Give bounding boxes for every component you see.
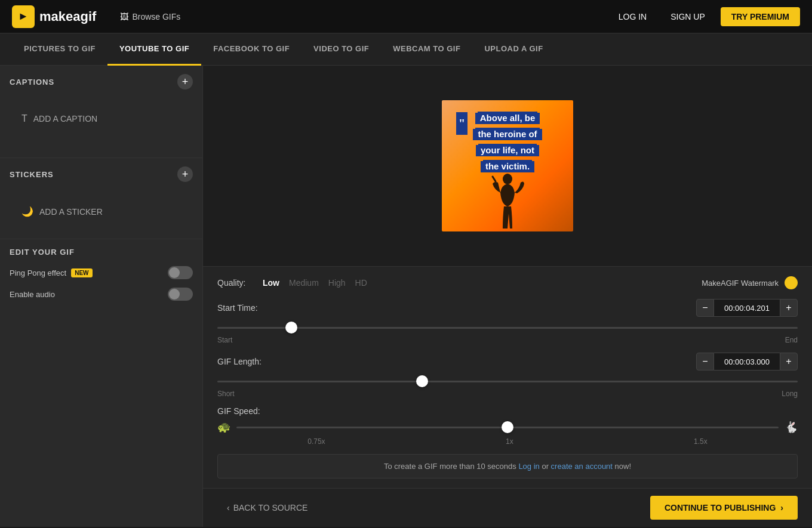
captions-section: CAPTIONS + T ADD A CAPTION bbox=[0, 66, 202, 158]
svg-line-1 bbox=[493, 177, 496, 181]
gif-speed-row: GIF Speed: 🐢 🐇 0.75x 1x 1.5x bbox=[217, 406, 798, 446]
login-button[interactable]: LOG IN bbox=[610, 8, 655, 25]
captions-title: CAPTIONS bbox=[10, 78, 54, 87]
premium-button[interactable]: TRY PREMIUM bbox=[721, 7, 800, 26]
short-label: Short bbox=[217, 390, 235, 398]
quality-label: Quality: bbox=[217, 278, 253, 288]
gif-speed-slider[interactable] bbox=[236, 427, 779, 428]
enable-audio-label: Enable audio bbox=[10, 290, 55, 299]
quality-medium[interactable]: Medium bbox=[289, 278, 319, 288]
fast-icon: 🐇 bbox=[785, 421, 798, 434]
gif-length-slider-container bbox=[217, 375, 798, 387]
info-text: To create a GIF more than 10 seconds bbox=[384, 462, 518, 471]
end-label: End bbox=[785, 336, 798, 344]
start-time-row: Start Time: − 00:00:04.201 + Start End bbox=[217, 299, 798, 344]
gif-length-minus-button[interactable]: − bbox=[696, 353, 714, 370]
ping-pong-label: Ping Pong effect NEW bbox=[10, 268, 93, 277]
logo-icon: ► bbox=[12, 5, 35, 28]
stickers-area: 🌙 ADD A STICKER bbox=[0, 190, 202, 239]
nav-tabs: PICTURES TO GIF YOUTUBE TO GIF FACEBOOK … bbox=[0, 33, 812, 66]
slow-icon: 🐢 bbox=[217, 421, 230, 434]
start-time-minus-button[interactable]: − bbox=[696, 299, 714, 317]
signup-button[interactable]: SIGN UP bbox=[662, 8, 713, 25]
watermark-label: MakeAGIF Watermark bbox=[702, 279, 779, 288]
gif-speed-slider-row: 🐢 🐇 bbox=[217, 421, 798, 434]
start-time-end-labels: Start End bbox=[217, 336, 798, 344]
quality-row: Quality: Low Medium High HD MakeAGIF Wat… bbox=[217, 276, 798, 289]
gif-speed-label-row: GIF Speed: bbox=[217, 406, 798, 416]
logo[interactable]: ► makeagif bbox=[12, 5, 96, 28]
start-time-plus-button[interactable]: + bbox=[780, 299, 798, 317]
start-time-slider[interactable] bbox=[217, 327, 798, 329]
info-suffix: now! bbox=[613, 462, 631, 471]
header-nav: LOG IN SIGN UP TRY PREMIUM bbox=[610, 7, 800, 26]
info-or: or bbox=[540, 462, 551, 471]
add-caption-plus-button[interactable]: + bbox=[177, 74, 193, 89]
start-time-label-row: Start Time: − 00:00:04.201 + bbox=[217, 299, 798, 317]
gif-length-end-labels: Short Long bbox=[217, 390, 798, 398]
watermark-dot-button[interactable] bbox=[785, 276, 798, 289]
speed-label-075: 0.75x bbox=[307, 437, 325, 446]
bottom-bar: ‹ BACK TO SOURCE CONTINUE TO PUBLISHING … bbox=[203, 488, 812, 527]
stickers-title: STICKERS bbox=[10, 170, 54, 179]
quality-low[interactable]: Low bbox=[263, 278, 279, 288]
editor-area: " Above all, bethe heroine ofyour life, … bbox=[203, 66, 812, 527]
speed-label-15: 1.5x bbox=[694, 437, 708, 446]
sticker-icon: 🌙 bbox=[21, 206, 33, 217]
continue-to-publishing-button[interactable]: CONTINUE TO PUBLISHING › bbox=[650, 496, 798, 520]
tab-pictures[interactable]: PICTURES TO GIF bbox=[12, 33, 107, 66]
stickers-section: STICKERS + 🌙 ADD A STICKER bbox=[0, 158, 202, 239]
watermark-toggle: MakeAGIF Watermark bbox=[702, 276, 798, 289]
quality-hd[interactable]: HD bbox=[355, 278, 367, 288]
preview-image: " Above all, bethe heroine ofyour life, … bbox=[442, 100, 573, 231]
sidebar: CAPTIONS + T ADD A CAPTION STICKERS + 🌙 … bbox=[0, 66, 203, 527]
start-time-display: 00:00:04.201 bbox=[714, 299, 780, 317]
stickers-section-header[interactable]: STICKERS + bbox=[0, 158, 202, 190]
info-bar: To create a GIF more than 10 seconds Log… bbox=[217, 454, 798, 478]
add-sticker-button[interactable]: 🌙 ADD A STICKER bbox=[10, 196, 193, 227]
image-icon: 🖼 bbox=[120, 12, 128, 21]
start-time-label: Start Time: bbox=[217, 303, 696, 313]
back-to-source-button[interactable]: ‹ BACK TO SOURCE bbox=[217, 497, 317, 518]
browse-gifs-button[interactable]: 🖼 Browse GIFs bbox=[114, 8, 186, 25]
controls-area: Quality: Low Medium High HD MakeAGIF Wat… bbox=[203, 266, 812, 488]
ping-pong-toggle[interactable] bbox=[168, 266, 193, 279]
tab-video[interactable]: VIDEO TO GIF bbox=[302, 33, 381, 66]
tab-webcam[interactable]: WEBCAM TO GIF bbox=[381, 33, 472, 66]
enable-audio-toggle[interactable] bbox=[168, 288, 193, 301]
gif-length-slider[interactable] bbox=[217, 381, 798, 382]
start-time-slider-container bbox=[217, 322, 798, 334]
long-label: Long bbox=[782, 390, 798, 398]
speed-labels-row: 0.75x 1x 1.5x bbox=[217, 437, 798, 446]
main-content: CAPTIONS + T ADD A CAPTION STICKERS + 🌙 … bbox=[0, 66, 812, 527]
new-badge: NEW bbox=[71, 268, 92, 277]
text-format-icon: T bbox=[21, 113, 27, 124]
edit-section: EDIT YOUR GIF Ping Pong effect NEW Enabl… bbox=[0, 239, 202, 317]
login-link[interactable]: Log in bbox=[518, 462, 539, 471]
create-account-link[interactable]: create an account bbox=[551, 462, 613, 471]
silhouette-icon bbox=[490, 172, 525, 231]
start-time-control: − 00:00:04.201 + bbox=[696, 299, 798, 317]
quote-box: " Above all, bethe heroine ofyour life, … bbox=[448, 106, 567, 178]
gif-length-row: GIF Length: − 00:00:03.000 + Short Long bbox=[217, 353, 798, 398]
add-caption-button[interactable]: T ADD A CAPTION bbox=[10, 104, 193, 134]
tab-youtube[interactable]: YOUTUBE TO GIF bbox=[107, 33, 201, 66]
header: ► makeagif 🖼 Browse GIFs LOG IN SIGN UP … bbox=[0, 0, 812, 33]
quote-text: Above all, bethe heroine ofyour life, no… bbox=[473, 113, 542, 172]
tab-facebook[interactable]: FACEBOOK TO GIF bbox=[201, 33, 302, 66]
gif-length-plus-button[interactable]: + bbox=[780, 353, 798, 370]
quote-mark: " bbox=[456, 112, 467, 135]
chevron-left-icon: ‹ bbox=[227, 503, 230, 512]
ping-pong-row: Ping Pong effect NEW bbox=[10, 266, 193, 279]
captions-section-header[interactable]: CAPTIONS + bbox=[0, 66, 202, 98]
quality-options: Low Medium High HD bbox=[263, 278, 702, 288]
gif-length-label-row: GIF Length: − 00:00:03.000 + bbox=[217, 353, 798, 370]
gif-speed-label: GIF Speed: bbox=[217, 406, 798, 416]
tab-upload[interactable]: UPLOAD A GIF bbox=[472, 33, 555, 66]
add-sticker-plus-button[interactable]: + bbox=[177, 166, 193, 182]
svg-point-0 bbox=[503, 174, 512, 184]
preview-container: " Above all, bethe heroine ofyour life, … bbox=[203, 66, 812, 266]
quality-high[interactable]: High bbox=[328, 278, 346, 288]
speed-label-1: 1x bbox=[506, 437, 513, 446]
captions-area: T ADD A CAPTION bbox=[0, 98, 202, 158]
